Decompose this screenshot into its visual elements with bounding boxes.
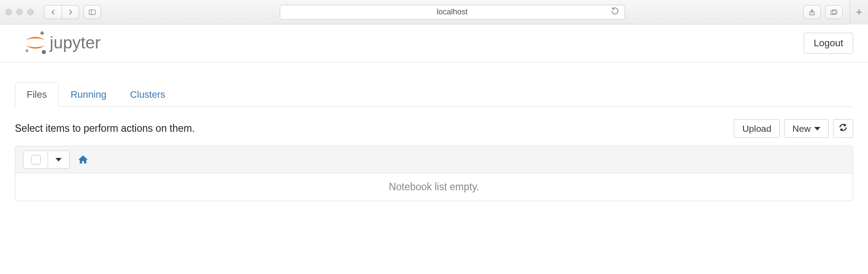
- tab-clusters[interactable]: Clusters: [118, 82, 177, 107]
- jupyter-logo[interactable]: jupyter: [22, 31, 132, 56]
- select-all-group: [23, 151, 69, 169]
- address-bar[interactable]: localhost: [280, 5, 625, 20]
- breadcrumb-home[interactable]: [77, 154, 89, 165]
- address-text: localhost: [437, 7, 468, 17]
- jupyter-header: jupyter Logout: [0, 24, 868, 62]
- list-empty-message: Notebook list empty.: [15, 173, 853, 201]
- checkbox-icon: [31, 155, 41, 164]
- logout-button[interactable]: Logout: [804, 33, 853, 54]
- share-button[interactable]: [803, 5, 821, 19]
- forward-button[interactable]: [62, 5, 79, 19]
- notebook-list: Notebook list empty.: [15, 146, 853, 201]
- svg-point-8: [42, 50, 46, 54]
- new-tab-button[interactable]: +: [850, 0, 868, 24]
- tabs: Files Running Clusters: [15, 82, 853, 107]
- action-buttons: Upload New: [734, 119, 853, 138]
- nav-back-forward: [44, 5, 79, 19]
- tab-files[interactable]: Files: [15, 82, 59, 107]
- browser-toolbar: localhost +: [0, 0, 868, 24]
- sidebar-toggle-button[interactable]: [83, 5, 101, 19]
- jupyter-body: Files Running Clusters Select items to p…: [0, 62, 868, 210]
- select-dropdown[interactable]: [48, 151, 69, 168]
- svg-rect-0: [89, 10, 95, 14]
- browser-right-controls: +: [803, 0, 863, 24]
- chevron-down-icon: [56, 158, 62, 161]
- show-tabs-button[interactable]: [825, 5, 843, 19]
- zoom-window-icon[interactable]: [27, 9, 34, 15]
- select-all-checkbox[interactable]: [24, 151, 48, 168]
- action-prompt: Select items to perform actions on them.: [15, 123, 195, 134]
- upload-button[interactable]: Upload: [734, 119, 780, 138]
- svg-point-6: [41, 31, 44, 35]
- window-controls: [5, 9, 34, 15]
- refresh-icon: [839, 123, 847, 134]
- tab-running[interactable]: Running: [59, 82, 118, 107]
- list-header: [15, 146, 853, 173]
- reload-icon[interactable]: [611, 7, 619, 17]
- close-window-icon[interactable]: [5, 9, 12, 15]
- minimize-window-icon[interactable]: [16, 9, 23, 15]
- action-row: Select items to perform actions on them.…: [15, 119, 853, 138]
- new-button-label: New: [792, 123, 811, 134]
- svg-point-7: [26, 49, 28, 52]
- chevron-down-icon: [814, 127, 820, 130]
- new-button[interactable]: New: [784, 119, 829, 138]
- refresh-button[interactable]: [833, 119, 853, 138]
- svg-text:jupyter: jupyter: [49, 33, 101, 52]
- back-button[interactable]: [44, 5, 62, 19]
